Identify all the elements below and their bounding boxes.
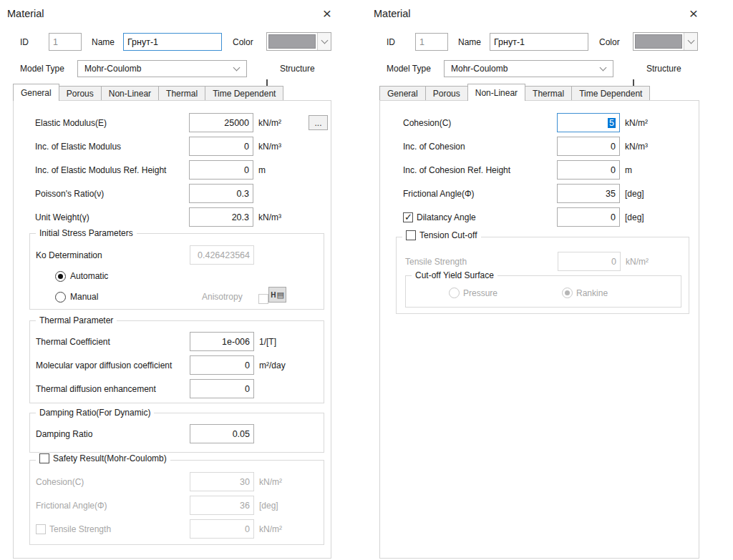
vapor-diffusion-row: Molecular vapor diffusion coefficient 0 … bbox=[30, 355, 324, 375]
tab-porous[interactable]: Porous bbox=[425, 86, 468, 100]
elastic-modulus-input[interactable]: 25000 bbox=[189, 113, 253, 132]
tab-general[interactable]: General bbox=[13, 84, 59, 101]
id-label: ID bbox=[387, 37, 395, 47]
id-label: ID bbox=[20, 37, 29, 47]
safety-cohesion-unit: kN/m² bbox=[259, 477, 282, 487]
elastic-modulus-unit: kN/m² bbox=[258, 118, 281, 128]
cohesion-label: Cohesion(C) bbox=[403, 118, 557, 128]
initial-stress-groupbox: Initial Stress Parameters Ko Determinati… bbox=[29, 233, 324, 310]
color-dropdown[interactable] bbox=[266, 32, 331, 51]
color-dropdown[interactable] bbox=[633, 32, 698, 51]
name-field[interactable]: Грнут-1 bbox=[490, 33, 588, 51]
damping-title: Damping Ratio(For Dynamic) bbox=[36, 408, 154, 418]
tab-non-linear[interactable]: Non-Linear bbox=[467, 84, 525, 101]
tab-time-dependent[interactable]: Time Dependent bbox=[571, 86, 650, 100]
inc-elastic-modulus-input[interactable]: 0 bbox=[189, 137, 253, 156]
thermal-coefficient-input[interactable]: 1e-006 bbox=[190, 332, 254, 351]
frictional-angle-input[interactable]: 35 bbox=[557, 184, 620, 203]
name-field[interactable]: Грнут-1 bbox=[123, 33, 222, 51]
dilatancy-angle-checkbox[interactable] bbox=[403, 212, 413, 222]
damping-ratio-label: Damping Ratio bbox=[36, 429, 190, 439]
inc-cohesion-input[interactable]: 0 bbox=[557, 137, 620, 156]
browse-button[interactable]: ... bbox=[309, 115, 328, 130]
frictional-angle-row: Frictional Angle(Φ) 35 [deg] bbox=[380, 184, 699, 203]
tab-bar: General Porous Non-Linear Thermal Time D… bbox=[379, 83, 649, 100]
tab-non-linear[interactable]: Non-Linear bbox=[101, 86, 159, 100]
ko-determination-row: Ko Determination 0.426423564 bbox=[30, 245, 324, 265]
id-field[interactable]: 1 bbox=[415, 33, 448, 51]
name-label: Name bbox=[458, 37, 481, 47]
damping-ratio-input[interactable]: 0.05 bbox=[190, 424, 254, 443]
model-type-label: Model Type bbox=[20, 64, 64, 74]
manual-radio[interactable] bbox=[55, 292, 66, 303]
anisotropy-tool-button[interactable]: H▤ bbox=[268, 287, 286, 303]
thermal-coefficient-unit: 1/[T] bbox=[259, 337, 276, 347]
poissons-ratio-row: Poisson's Ratio(ν) 0.3 bbox=[14, 184, 331, 203]
model-type-label: Model Type bbox=[387, 64, 431, 74]
automatic-label: Automatic bbox=[70, 271, 108, 281]
color-swatch bbox=[635, 34, 682, 49]
inc-cohesion-ref-input[interactable]: 0 bbox=[557, 160, 620, 180]
vapor-diffusion-input[interactable]: 0 bbox=[190, 355, 254, 375]
safety-result-checkbox[interactable] bbox=[39, 453, 49, 463]
frictional-angle-label: Frictional Angle(Φ) bbox=[403, 189, 557, 199]
safety-cohesion-label: Cohesion(C) bbox=[36, 477, 190, 487]
color-label: Color bbox=[599, 37, 620, 47]
tensile-strength-unit: kN/m² bbox=[626, 257, 649, 267]
damping-groupbox: Damping Ratio(For Dynamic) Damping Ratio… bbox=[29, 413, 324, 453]
close-icon[interactable]: × bbox=[684, 4, 703, 23]
inc-cohesion-unit: kN/m³ bbox=[625, 142, 648, 152]
model-type-select[interactable]: Mohr-Coulomb bbox=[77, 60, 247, 77]
dilatancy-angle-input[interactable]: 0 bbox=[557, 207, 620, 227]
automatic-radio[interactable] bbox=[55, 271, 66, 282]
inc-elastic-modulus-ref-input[interactable]: 0 bbox=[189, 160, 253, 180]
structure-label: Structure bbox=[646, 64, 681, 74]
inc-elastic-modulus-ref-unit: m bbox=[258, 165, 266, 175]
thermal-parameter-groupbox: Thermal Parameter Thermal Coefficient 1e… bbox=[29, 320, 324, 403]
rankine-radio bbox=[562, 288, 573, 298]
diffusion-enhancement-input[interactable]: 0 bbox=[190, 379, 254, 398]
initial-stress-title: Initial Stress Parameters bbox=[36, 228, 137, 238]
dilatancy-angle-unit: [deg] bbox=[625, 212, 644, 222]
tensile-strength-checkbox bbox=[36, 524, 46, 534]
dialog-title: Material bbox=[374, 8, 411, 19]
id-field[interactable]: 1 bbox=[49, 33, 82, 51]
poissons-ratio-input[interactable]: 0.3 bbox=[189, 184, 253, 203]
chevron-down-icon bbox=[321, 36, 328, 44]
cohesion-input[interactable]: 5 bbox=[557, 113, 620, 132]
automatic-radio-row: Automatic bbox=[30, 269, 324, 283]
model-type-select[interactable]: Mohr-Coulomb bbox=[444, 60, 613, 77]
inc-cohesion-ref-row: Inc. of Cohesion Ref. Height 0 m bbox=[380, 160, 699, 180]
thermal-coefficient-row: Thermal Coefficient 1e-006 1/[T] bbox=[30, 332, 324, 351]
chevron-down-icon bbox=[687, 36, 694, 44]
manual-radio-row: Manual Anisotropy H▤ bbox=[30, 289, 324, 305]
anisotropy-label: Anisotropy bbox=[202, 292, 243, 302]
tab-bar: General Porous Non-Linear Thermal Time D… bbox=[13, 83, 283, 100]
diffusion-enhancement-label: Thermal diffusion enhancement bbox=[36, 384, 190, 394]
color-dropdown-button[interactable] bbox=[317, 33, 331, 50]
tension-cutoff-checkbox[interactable] bbox=[406, 230, 416, 240]
tab-thermal[interactable]: Thermal bbox=[158, 86, 205, 100]
color-dropdown-button[interactable] bbox=[684, 33, 697, 50]
tab-thermal[interactable]: Thermal bbox=[525, 86, 572, 100]
unit-weight-input[interactable]: 20.3 bbox=[189, 207, 253, 227]
cutoff-yield-surface-groupbox: Cut-off Yield Surface Pressure Rankine bbox=[405, 275, 681, 308]
chevron-down-icon bbox=[233, 64, 241, 72]
tab-porous[interactable]: Porous bbox=[59, 86, 102, 100]
pressure-label: Pressure bbox=[463, 288, 497, 298]
ko-determination-label: Ko Determination bbox=[36, 250, 190, 260]
tab-time-dependent[interactable]: Time Dependent bbox=[205, 86, 283, 100]
tab-general[interactable]: General bbox=[379, 86, 426, 100]
close-icon[interactable]: × bbox=[318, 4, 336, 23]
safety-result-groupbox: Safety Result(Mohr-Coulomb) Cohesion(C) … bbox=[29, 460, 324, 545]
document-icon: ▤ bbox=[276, 290, 283, 300]
inc-elastic-modulus-unit: kN/m³ bbox=[258, 142, 281, 152]
unit-weight-label: Unit Weight(γ) bbox=[35, 212, 189, 222]
inc-elastic-modulus-ref-row: Inc. of Elastic Modulus Ref. Height 0 m bbox=[14, 160, 331, 180]
cutoff-yield-surface-options: Pressure Rankine bbox=[406, 288, 681, 298]
structure-label: Structure bbox=[280, 64, 315, 74]
poissons-ratio-label: Poisson's Ratio(ν) bbox=[35, 189, 189, 199]
manual-label: Manual bbox=[70, 292, 98, 302]
material-dialog-nonlinear: Material × ID 1 Name Грнут-1 Color Model… bbox=[366, 0, 733, 560]
dialog-title: Material bbox=[7, 8, 44, 19]
